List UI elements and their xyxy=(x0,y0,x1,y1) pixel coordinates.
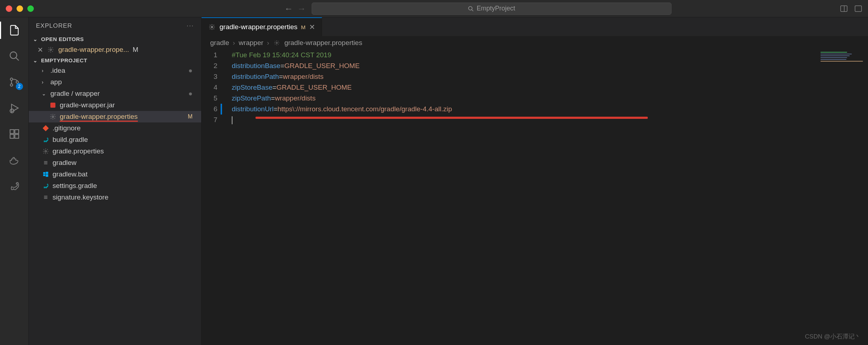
file-gradle-wrapper-jar[interactable]: gradle-wrapper.jar xyxy=(29,99,201,111)
sidebar-more-icon[interactable]: ··· xyxy=(187,22,194,30)
jar-file-icon xyxy=(49,101,57,109)
file-gradle-wrapper-properties[interactable]: gradle-wrapper.properties M xyxy=(29,111,201,122)
debug-icon xyxy=(9,102,20,114)
minimize-window-button[interactable] xyxy=(17,5,23,12)
folder-app[interactable]: › app xyxy=(29,76,201,88)
open-editors-section[interactable]: ⌄ OPEN EDITORS xyxy=(29,35,201,44)
file-signature-keystore[interactable]: ≡ signature.keystore xyxy=(29,192,201,203)
svg-point-16 xyxy=(50,49,52,51)
folder-gradle[interactable]: ⌄ gradle / wrapper ● xyxy=(29,88,201,99)
file-label: gradlew xyxy=(53,159,77,167)
line-number: 1 xyxy=(202,50,217,61)
breadcrumb-seg[interactable]: gradle xyxy=(210,39,229,47)
svg-rect-24 xyxy=(46,174,48,177)
chevron-down-icon: ⌄ xyxy=(42,91,48,97)
layout-panel-icon[interactable] xyxy=(840,5,848,13)
code-content[interactable]: #Tue Feb 19 15:40:24 CST 2019 distributi… xyxy=(223,50,818,345)
svg-point-7 xyxy=(10,78,13,81)
file-tree: › .idea ● › app ⌄ gradle / wrapper ● gra… xyxy=(29,65,201,203)
text-file-icon: ≡ xyxy=(42,193,50,201)
file-label: gradle-wrapper.properties xyxy=(60,113,138,121)
chevron-right-icon: › xyxy=(42,79,48,85)
svg-rect-15 xyxy=(15,130,19,134)
command-center[interactable]: EmptyProject xyxy=(312,3,672,15)
file-settings-gradle[interactable]: settings.gradle xyxy=(29,180,201,192)
code-key: zipStorePath xyxy=(232,94,271,102)
chevron-down-icon: ⌄ xyxy=(33,58,39,63)
maximize-window-button[interactable] xyxy=(27,5,34,12)
code-val: https\://mirrors.cloud.tencent.com/gradl… xyxy=(277,105,452,113)
gear-icon xyxy=(47,46,55,54)
tab-filename: gradle-wrapper.properties xyxy=(220,23,298,31)
nav-back-button[interactable]: ← xyxy=(284,4,293,14)
close-window-button[interactable] xyxy=(6,5,12,12)
editor-tabs: gradle-wrapper.properties M ✕ xyxy=(202,17,868,36)
search-icon xyxy=(468,6,474,12)
activity-scm[interactable]: 2 xyxy=(7,75,22,89)
activity-gradle[interactable] xyxy=(7,179,22,193)
activity-extensions[interactable] xyxy=(7,127,22,141)
file-label: build.gradle xyxy=(53,136,88,144)
sidebar-header: EXPLORER ··· xyxy=(29,17,201,35)
activity-explorer[interactable] xyxy=(7,23,22,37)
code-key: distributionUrl xyxy=(232,105,273,113)
text-file-icon: ≡ xyxy=(42,159,50,167)
folder-idea[interactable]: › .idea ● xyxy=(29,65,201,76)
file-label: .gitignore xyxy=(53,124,81,132)
svg-point-8 xyxy=(10,84,13,86)
file-build-gradle[interactable]: build.gradle xyxy=(29,134,201,145)
file-gradlew[interactable]: ≡ gradlew xyxy=(29,157,201,169)
file-label: gradle.properties xyxy=(53,147,104,155)
code-key: distributionPath xyxy=(232,73,279,80)
svg-marker-10 xyxy=(12,104,18,112)
activity-debug[interactable] xyxy=(7,101,22,115)
svg-line-6 xyxy=(16,58,19,61)
breadcrumb-seg[interactable]: gradle-wrapper.properties xyxy=(284,39,362,47)
gear-icon xyxy=(273,39,281,47)
file-label: gradlew.bat xyxy=(53,170,87,178)
breadcrumbs[interactable]: gradle › wrapper › gradle-wrapper.proper… xyxy=(202,36,868,50)
svg-point-18 xyxy=(52,116,54,118)
file-gitignore[interactable]: .gitignore xyxy=(29,122,201,134)
windows-icon xyxy=(42,170,50,178)
docker-icon xyxy=(9,154,20,166)
line-number: 7 xyxy=(202,115,217,125)
svg-rect-4 xyxy=(855,6,862,12)
activity-search[interactable] xyxy=(7,49,22,63)
close-tab-icon[interactable]: ✕ xyxy=(309,23,315,31)
tab-gradle-wrapper-properties[interactable]: gradle-wrapper.properties M ✕ xyxy=(202,17,322,36)
open-editors-label: OPEN EDITORS xyxy=(41,36,84,42)
gear-icon xyxy=(49,113,57,121)
layout-sidebar-icon[interactable] xyxy=(854,5,862,13)
code-editor[interactable]: 1 2 3 4 5 6 7 #Tue Feb 19 15:40:24 CST 2… xyxy=(202,50,868,345)
sidebar-title: EXPLORER xyxy=(36,22,72,30)
breadcrumb-seg[interactable]: wrapper xyxy=(239,39,263,47)
folder-label: .idea xyxy=(50,67,65,75)
scm-badge: 2 xyxy=(16,83,23,90)
watermark: CSDN @小石潭记丶 xyxy=(805,332,861,341)
svg-rect-2 xyxy=(841,6,847,12)
svg-rect-22 xyxy=(46,172,48,174)
file-gradle-properties[interactable]: gradle.properties xyxy=(29,145,201,157)
code-val: wrapper/dists xyxy=(283,73,324,80)
minimap-content xyxy=(820,52,865,62)
activity-docker[interactable] xyxy=(7,153,22,167)
nav-forward-button[interactable]: → xyxy=(297,4,306,14)
svg-rect-17 xyxy=(50,103,55,108)
project-section[interactable]: ⌄ EMPTYPROJECT xyxy=(29,56,201,65)
annotation-underline xyxy=(256,117,648,119)
tab-status: M xyxy=(301,24,306,30)
open-editor-item[interactable]: ✕ gradle-wrapper.prope... M xyxy=(29,44,201,56)
activity-bar: 2 xyxy=(0,17,29,345)
chevron-right-icon: › xyxy=(267,39,269,47)
text-cursor xyxy=(232,116,232,124)
gradle-file-icon xyxy=(42,182,50,190)
code-val: GRADLE_USER_HOME xyxy=(276,84,352,91)
minimap[interactable] xyxy=(818,50,868,345)
file-gradlew-bat[interactable]: gradlew.bat xyxy=(29,169,201,180)
modified-dot-icon: ● xyxy=(189,90,193,98)
svg-rect-13 xyxy=(10,134,14,138)
extensions-icon xyxy=(9,128,20,140)
close-editor-icon[interactable]: ✕ xyxy=(37,46,43,54)
open-editor-filename: gradle-wrapper.prope... xyxy=(58,46,129,54)
